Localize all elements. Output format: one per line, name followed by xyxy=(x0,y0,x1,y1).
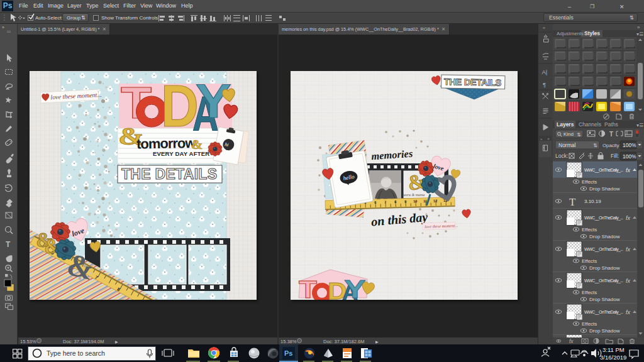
svg-text:3.10.19: 3.10.19 xyxy=(584,199,601,204)
svg-text:fx: fx xyxy=(626,167,631,173)
svg-text:»: » xyxy=(2,25,4,30)
svg-text:Y: Y xyxy=(196,74,231,128)
svg-text:100%: 100% xyxy=(623,153,636,160)
svg-text:«: « xyxy=(543,26,545,30)
svg-text:Ps: Ps xyxy=(284,349,292,357)
svg-text:THE DETAILS: THE DETAILS xyxy=(121,166,218,182)
svg-text:Lock:: Lock: xyxy=(555,153,568,159)
svg-text:T: T xyxy=(6,240,11,249)
svg-text:Styles: Styles xyxy=(584,30,600,36)
svg-text:6: 6 xyxy=(374,200,376,204)
svg-text:3:11 PM: 3:11 PM xyxy=(602,346,625,353)
svg-text:Fill:: Fill: xyxy=(611,153,619,159)
svg-text:10: 10 xyxy=(413,199,417,203)
svg-text:✕: ✕ xyxy=(547,137,550,141)
svg-text:12: 12 xyxy=(433,199,437,202)
svg-text:Paths: Paths xyxy=(604,121,618,128)
svg-text:Channels: Channels xyxy=(579,121,601,128)
svg-text:WWC__OnTheDaily_...: WWC__OnTheDaily_... xyxy=(584,168,623,173)
svg-text:7: 7 xyxy=(384,200,386,204)
svg-text:⇅: ⇅ xyxy=(577,132,581,138)
svg-text:9: 9 xyxy=(404,200,406,204)
svg-text:tomorrow: tomorrow xyxy=(136,135,197,152)
svg-text:▾☰: ▾☰ xyxy=(636,31,643,37)
svg-text:3/16/2019: 3/16/2019 xyxy=(600,354,626,361)
svg-text:»: » xyxy=(637,25,640,30)
svg-text:¶: ¶ xyxy=(543,81,546,88)
svg-text:Opacity:: Opacity: xyxy=(602,143,621,148)
svg-text:Normal: Normal xyxy=(558,142,576,148)
svg-text:8: 8 xyxy=(394,200,396,204)
svg-text:▾☰: ▾☰ xyxy=(636,123,643,128)
svg-text:T: T xyxy=(609,131,613,138)
svg-text:Kind: Kind xyxy=(564,131,574,137)
svg-text:⇅: ⇅ xyxy=(593,143,597,148)
svg-text:100%: 100% xyxy=(623,142,636,148)
svg-text:THE DETAILS: THE DETAILS xyxy=(444,77,502,88)
svg-text:Layers: Layers xyxy=(557,121,574,128)
svg-text:Adjustments: Adjustments xyxy=(557,31,584,36)
svg-text:A|: A| xyxy=(542,69,548,75)
svg-text:T: T xyxy=(569,196,576,208)
svg-text:fx: fx xyxy=(569,338,574,344)
svg-text:EVERY DAY AFTER: EVERY DAY AFTER xyxy=(153,150,209,157)
svg-text:11: 11 xyxy=(423,199,427,203)
